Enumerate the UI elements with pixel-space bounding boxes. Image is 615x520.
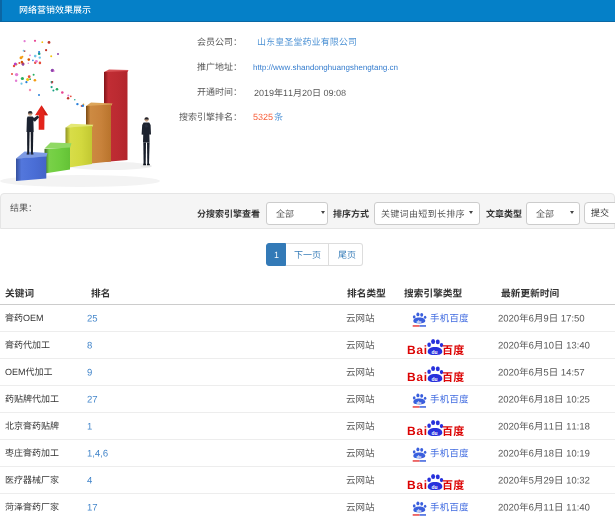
svg-text:du: du bbox=[416, 319, 421, 324]
svg-text:du: du bbox=[432, 349, 438, 354]
svg-text:du: du bbox=[432, 484, 438, 489]
svg-text:du: du bbox=[416, 454, 421, 459]
svg-text:du: du bbox=[416, 400, 421, 405]
svg-text:du: du bbox=[432, 376, 438, 381]
svg-text:du: du bbox=[432, 430, 438, 435]
svg-text:du: du bbox=[416, 508, 421, 513]
